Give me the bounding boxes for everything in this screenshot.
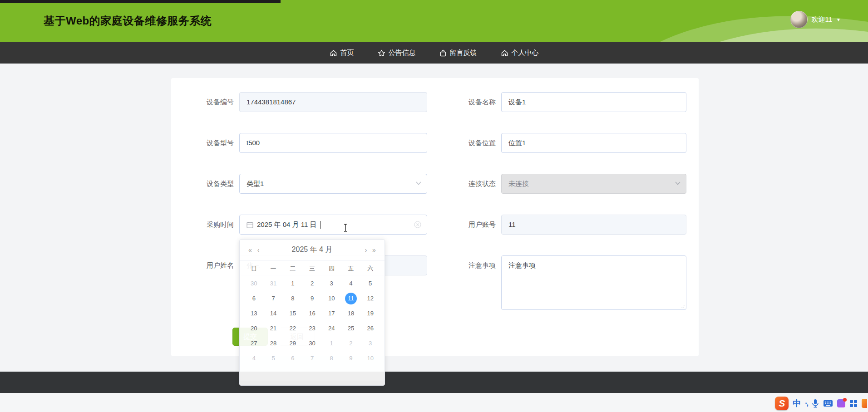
calendar-day[interactable]: 15 xyxy=(283,306,302,321)
device-no-input[interactable]: 1744381814867 xyxy=(239,92,427,112)
clipped-icon[interactable] xyxy=(862,399,867,408)
calendar-day[interactable]: 28 xyxy=(264,336,283,351)
microphone-icon[interactable] xyxy=(812,399,819,408)
calendar-day[interactable]: 20 xyxy=(244,321,264,336)
calendar-day[interactable]: 7 xyxy=(302,351,322,366)
keyboard-icon[interactable] xyxy=(823,400,833,407)
weekday-label: 六 xyxy=(360,265,380,273)
bottom-area: S 中 ·, xyxy=(0,393,868,412)
clear-icon[interactable] xyxy=(414,221,421,228)
nav-item-0[interactable]: 首页 xyxy=(330,49,354,57)
avatar[interactable] xyxy=(790,11,808,28)
calendar-day[interactable]: 1 xyxy=(322,336,341,351)
home-icon xyxy=(501,49,508,57)
calendar-day[interactable]: 6 xyxy=(244,291,264,306)
date-picker-header: « ‹ 2025 年 4 月 › » xyxy=(240,240,385,260)
calendar-title[interactable]: 2025 年 4 月 xyxy=(262,245,362,255)
calendar-day[interactable]: 24 xyxy=(322,321,341,336)
calendar-day[interactable]: 16 xyxy=(302,306,322,321)
weekday-row: 日一二三四五六 xyxy=(240,260,385,275)
device-location-input[interactable]: 位置1 xyxy=(501,133,686,153)
chevron-down-icon[interactable]: ▼ xyxy=(836,17,841,22)
calendar-day[interactable]: 1 xyxy=(283,276,302,291)
calendar-day[interactable]: 17 xyxy=(322,306,341,321)
calendar-day[interactable]: 6 xyxy=(283,351,302,366)
user-menu[interactable]: 欢迎11 ▼ xyxy=(790,11,841,28)
label-conn-status: 连接状态 xyxy=(446,174,496,194)
calendar-day[interactable]: 18 xyxy=(341,306,361,321)
calendar-day[interactable]: 13 xyxy=(244,306,264,321)
calendar-icon xyxy=(247,221,253,228)
star-icon xyxy=(378,49,385,57)
device-type-value: 类型1 xyxy=(247,180,264,187)
prev-month-button[interactable]: ‹ xyxy=(254,246,262,254)
label-user-name: 用户姓名 xyxy=(184,255,234,275)
calendar-day[interactable]: 14 xyxy=(264,306,283,321)
calendar-day[interactable]: 30 xyxy=(244,276,264,291)
calendar-day[interactable]: 21 xyxy=(264,321,283,336)
calendar-day[interactable]: 22 xyxy=(283,321,302,336)
calendar-day[interactable]: 9 xyxy=(341,351,361,366)
label-purchase-time: 采购时间 xyxy=(184,215,234,235)
nav-item-3[interactable]: 个人中心 xyxy=(501,49,539,57)
nav-item-label: 首页 xyxy=(340,49,354,57)
main-nav: 首页公告信息留言反馈个人中心 xyxy=(0,42,868,64)
resize-handle[interactable] xyxy=(681,304,685,309)
calendar-day[interactable]: 8 xyxy=(322,351,341,366)
ime-toolbar: S 中 ·, xyxy=(775,397,868,410)
calendar-day[interactable]: 5 xyxy=(360,276,380,291)
purchase-time-date-input[interactable]: 2025 年 04 月 11 日 xyxy=(239,215,427,235)
calendar-day[interactable]: 25 xyxy=(341,321,361,336)
prev-year-button[interactable]: « xyxy=(246,246,254,254)
calendar-day[interactable]: 23 xyxy=(302,321,322,336)
skin-icon[interactable] xyxy=(837,399,845,407)
weekday-label: 二 xyxy=(283,265,302,273)
device-type-select[interactable]: 类型1 xyxy=(239,174,427,194)
notes-textarea[interactable]: 注意事项 xyxy=(501,255,686,310)
calendar-day[interactable]: 12 xyxy=(360,291,380,306)
device-model-input[interactable]: t500 xyxy=(239,133,427,153)
punctuation-icon[interactable]: ·, xyxy=(805,399,808,407)
chevron-down-icon xyxy=(675,181,681,185)
calendar-day[interactable]: 29 xyxy=(283,336,302,351)
nav-item-label: 留言反馈 xyxy=(450,49,477,57)
page-title: 基于Web的家庭设备维修服务系统 xyxy=(44,14,212,28)
chinese-mode-icon[interactable]: 中 xyxy=(793,398,801,409)
nav-item-2[interactable]: 留言反馈 xyxy=(439,49,477,57)
nav-item-1[interactable]: 公告信息 xyxy=(378,49,416,57)
calendar-day[interactable]: 19 xyxy=(360,306,380,321)
label-device-model: 设备型号 xyxy=(184,133,234,153)
calendar-day[interactable]: 7 xyxy=(264,291,283,306)
weekday-label: 三 xyxy=(302,265,322,273)
ibeam-cursor xyxy=(343,223,348,232)
sogou-logo-icon[interactable]: S xyxy=(775,397,789,410)
calendar-day[interactable]: 3 xyxy=(360,336,380,351)
calendar-day[interactable]: 30 xyxy=(302,336,322,351)
footer-bar xyxy=(0,372,868,393)
user-account-input[interactable]: 11 xyxy=(501,215,686,235)
toolbox-icon[interactable] xyxy=(849,399,858,407)
calendar-day[interactable]: 4 xyxy=(244,351,264,366)
text-caret xyxy=(321,221,321,229)
calendar-day[interactable]: 2 xyxy=(302,276,322,291)
next-year-button[interactable]: » xyxy=(370,246,378,254)
nav-item-label: 公告信息 xyxy=(389,49,416,57)
calendar-day[interactable]: 26 xyxy=(360,321,380,336)
calendar-day-selected[interactable]: 11 xyxy=(341,291,361,306)
calendar-day[interactable]: 31 xyxy=(264,276,283,291)
date-picker-popover: « ‹ 2025 年 4 月 › » 日一二三四五六 3031123456789… xyxy=(239,239,385,386)
calendar-day[interactable]: 27 xyxy=(244,336,264,351)
calendar-day[interactable]: 5 xyxy=(264,351,283,366)
conn-status-select: 未连接 xyxy=(501,174,686,194)
calendar-day[interactable]: 10 xyxy=(322,291,341,306)
calendar-day[interactable]: 3 xyxy=(322,276,341,291)
calendar-day[interactable]: 8 xyxy=(283,291,302,306)
calendar-day[interactable]: 9 xyxy=(302,291,322,306)
calendar-day[interactable]: 4 xyxy=(341,276,361,291)
calendar-grid: 3031123456789101112131415161718192021222… xyxy=(240,275,385,367)
calendar-day[interactable]: 10 xyxy=(360,351,380,366)
calendar-day[interactable]: 2 xyxy=(341,336,361,351)
device-name-input[interactable]: 设备1 xyxy=(501,92,686,112)
label-device-no: 设备编号 xyxy=(184,92,234,112)
next-month-button[interactable]: › xyxy=(362,246,370,254)
